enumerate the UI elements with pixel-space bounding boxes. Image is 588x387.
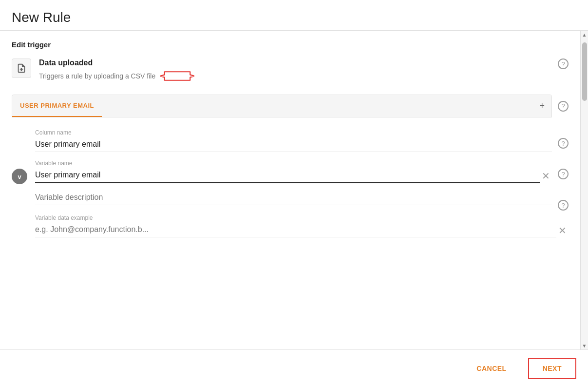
- section-title: Edit trigger: [12, 40, 569, 49]
- variable-desc-group: [35, 191, 552, 209]
- variable-name-group: Variable name ✕: [35, 160, 552, 187]
- svg-marker-0: [160, 72, 194, 80]
- tab-row-wrapper: USER PRIMARY EMAIL + ?: [12, 95, 569, 117]
- variable-name-help-icon[interactable]: ?: [558, 169, 569, 179]
- trigger-name: Data uploaded: [39, 58, 552, 67]
- variable-avatar: v: [12, 169, 27, 184]
- next-button[interactable]: NEXT: [528, 358, 576, 379]
- column-name-help-icon[interactable]: ?: [558, 138, 569, 149]
- scroll-up-arrow[interactable]: ▲: [581, 31, 588, 39]
- scrollbar-track[interactable]: ▲ ▼: [580, 31, 588, 349]
- variable-description-input[interactable]: [35, 191, 552, 205]
- variable-data-example-with-clear: ✕: [35, 223, 569, 237]
- tab-section: USER PRIMARY EMAIL +: [12, 95, 551, 117]
- page-title: New Rule: [12, 10, 576, 25]
- tab-user-primary-email[interactable]: USER PRIMARY EMAIL: [12, 95, 102, 117]
- variable-name-clear-button[interactable]: ✕: [540, 169, 552, 183]
- trigger-description: Triggers a rule by uploading a CSV file: [39, 69, 552, 83]
- variable-data-example-row: Variable data example ✕: [12, 214, 569, 241]
- variable-name-row: v Variable name ✕ ?: [12, 160, 569, 187]
- scrollbar-thumb[interactable]: [582, 42, 587, 101]
- variable-name-input[interactable]: [35, 169, 540, 183]
- variable-desc-row: ?: [12, 191, 569, 211]
- column-name-group: Column name: [35, 129, 552, 156]
- cancel-button[interactable]: CANCEL: [467, 359, 516, 378]
- variable-desc-help-icon[interactable]: ?: [558, 200, 569, 211]
- trigger-help-icon[interactable]: ?: [558, 58, 569, 69]
- arrow-annotation: [160, 69, 194, 83]
- column-name-input[interactable]: [35, 138, 552, 152]
- add-tab-button[interactable]: +: [532, 96, 551, 116]
- variable-data-example-group: Variable data example ✕: [35, 214, 569, 241]
- column-name-label: Column name: [35, 129, 552, 136]
- tab-help-icon[interactable]: ?: [558, 101, 569, 112]
- variable-name-label: Variable name: [35, 160, 552, 167]
- trigger-row: Data uploaded Triggers a rule by uploadi…: [12, 58, 569, 83]
- variable-data-example-input[interactable]: [35, 223, 556, 237]
- variable-data-example-label: Variable data example: [35, 214, 569, 221]
- trigger-info: Data uploaded Triggers a rule by uploadi…: [39, 58, 552, 83]
- upload-icon: [12, 58, 31, 78]
- variable-name-with-clear: ✕: [35, 169, 552, 183]
- scroll-down-arrow[interactable]: ▼: [581, 342, 588, 349]
- page-footer: CANCEL NEXT: [0, 349, 588, 387]
- variable-data-example-clear-button[interactable]: ✕: [556, 224, 569, 237]
- tab-section-container: USER PRIMARY EMAIL +: [12, 95, 552, 117]
- column-name-row: Column name ?: [12, 129, 569, 156]
